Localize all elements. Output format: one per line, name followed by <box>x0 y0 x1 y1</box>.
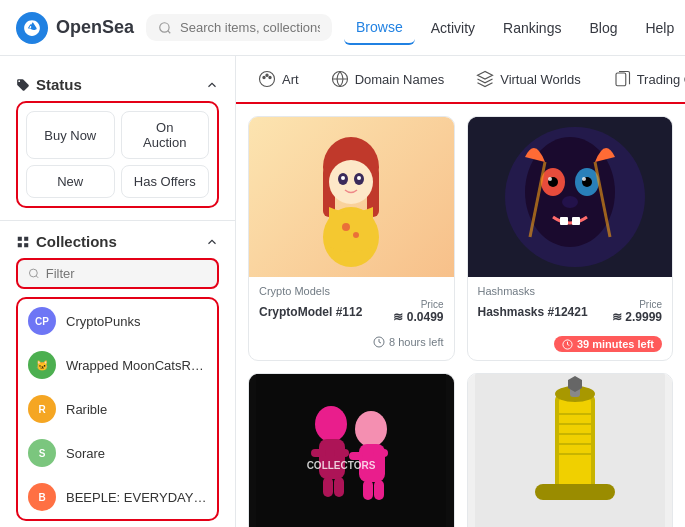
nft-image-2: COLLECTORS <box>249 374 454 527</box>
collection-name: BEEPLE: EVERYDAYS · THE 2020 ... <box>66 490 207 505</box>
nft-name-price-0: CryptoModel #112 Price ≋ 0.0499 <box>259 299 444 324</box>
logo-icon <box>16 12 48 44</box>
nft-image-3 <box>468 374 673 527</box>
nft-art-0 <box>301 127 401 267</box>
nav-browse[interactable]: Browse <box>344 11 415 45</box>
nft-footer-1: 39 minutes left <box>468 332 673 360</box>
on-auction-button[interactable]: On Auction <box>121 111 210 159</box>
nft-art-2: COLLECTORS <box>256 374 446 527</box>
time-badge-1: 39 minutes left <box>554 336 662 352</box>
status-header[interactable]: Status <box>16 76 219 93</box>
search-input[interactable] <box>180 20 320 35</box>
status-grid: Buy Now On Auction New Has Offers <box>16 101 219 208</box>
nft-collection-1: Hashmasks <box>478 285 663 297</box>
collection-avatar-cryptopunks: CP <box>28 307 56 335</box>
collection-avatar-beeple: B <box>28 483 56 511</box>
nav-blog[interactable]: Blog <box>577 12 629 44</box>
svg-rect-53 <box>374 480 384 500</box>
tab-domain-names[interactable]: Domain Names <box>317 62 459 96</box>
nav-help[interactable]: Help <box>633 12 685 44</box>
collections-section: Collections CP CryptoPunks 🐱 Wrapped Moo… <box>0 221 235 527</box>
tag-icon <box>16 78 30 92</box>
collection-name: Sorare <box>66 446 105 461</box>
opensea-icon <box>23 19 41 37</box>
svg-rect-41 <box>256 374 446 527</box>
collections-label: Collections <box>16 233 117 250</box>
search-icon <box>158 21 172 35</box>
navbar: OpenSea Browse Activity Rankings Blog He… <box>0 0 685 56</box>
svg-point-33 <box>548 177 552 181</box>
has-offers-button[interactable]: Has Offers <box>121 165 210 198</box>
status-label: Status <box>16 76 82 93</box>
collection-item-sorare[interactable]: S Sorare <box>18 431 217 475</box>
svg-point-21 <box>357 176 361 180</box>
search-icon-2 <box>28 267 40 280</box>
svg-line-1 <box>168 30 171 33</box>
collection-item-cryptopunks[interactable]: CP CryptoPunks <box>18 299 217 343</box>
svg-point-34 <box>582 177 586 181</box>
tab-art[interactable]: Art <box>244 62 313 96</box>
svg-point-6 <box>29 269 37 277</box>
svg-point-23 <box>342 223 350 231</box>
chevron-up-icon-2 <box>205 235 219 249</box>
collection-item-rarible[interactable]: R Rarible <box>18 387 217 431</box>
svg-point-42 <box>315 406 347 442</box>
svg-rect-37 <box>572 217 580 225</box>
palette-icon <box>258 70 276 88</box>
svg-rect-4 <box>24 243 28 247</box>
collection-name: Rarible <box>66 402 107 417</box>
nft-art-3 <box>475 374 665 527</box>
new-button[interactable]: New <box>26 165 115 198</box>
nft-info-1: Hashmasks Hashmasks #12421 Price ≋ 2.999… <box>468 277 673 332</box>
collections-header[interactable]: Collections <box>16 233 219 250</box>
nft-info-0: Crypto Models CryptoModel #112 Price ≋ 0… <box>249 277 454 332</box>
svg-rect-2 <box>18 236 22 240</box>
grid-icon <box>16 235 30 249</box>
nft-collection-0: Crypto Models <box>259 285 444 297</box>
svg-point-11 <box>269 76 271 78</box>
main-layout: Status Buy Now On Auction New Has Offers… <box>0 56 685 527</box>
logo[interactable]: OpenSea <box>16 12 134 44</box>
svg-rect-5 <box>18 243 22 247</box>
nft-name-price-1: Hashmasks #12421 Price ≋ 2.9999 <box>478 299 663 324</box>
nft-card-1[interactable]: Hashmasks Hashmasks #12421 Price ≋ 2.999… <box>467 116 674 361</box>
svg-point-10 <box>266 74 268 76</box>
collection-avatar-rarible: R <box>28 395 56 423</box>
collection-item-beeple[interactable]: B BEEPLE: EVERYDAYS · THE 2020 ... <box>18 475 217 519</box>
nft-name-0: CryptoModel #112 <box>259 305 362 319</box>
svg-point-24 <box>353 232 359 238</box>
svg-rect-43 <box>319 439 345 479</box>
collection-name: Wrapped MoonCatsRescue <box>66 358 207 373</box>
globe-icon <box>331 70 349 88</box>
tab-trading-cards[interactable]: Trading Cards <box>599 62 685 96</box>
nft-price-0: ≋ 0.0499 <box>393 310 443 324</box>
nav-activity[interactable]: Activity <box>419 12 487 44</box>
svg-rect-13 <box>616 73 626 86</box>
collection-avatar-mooncats: 🐱 <box>28 351 56 379</box>
nft-price-label-1: Price <box>612 299 662 310</box>
svg-point-48 <box>355 411 387 447</box>
svg-line-7 <box>36 276 38 278</box>
collection-name: CryptoPunks <box>66 314 140 329</box>
nft-grid: Crypto Models CryptoModel #112 Price ≋ 0… <box>236 104 685 527</box>
nft-image-1 <box>468 117 673 277</box>
nft-card-0[interactable]: Crypto Models CryptoModel #112 Price ≋ 0… <box>248 116 455 361</box>
nav-rankings[interactable]: Rankings <box>491 12 573 44</box>
nft-name-1: Hashmasks #12421 <box>478 305 588 319</box>
content-area: Art Domain Names Virtual Worlds Trading … <box>236 56 685 527</box>
nft-card-3[interactable]: Town Star Lift Cylinder Price ⊙ 690 <box>467 373 674 527</box>
collection-search[interactable] <box>16 258 219 289</box>
svg-point-9 <box>263 76 265 78</box>
buy-now-button[interactable]: Buy Now <box>26 111 115 159</box>
svg-rect-50 <box>349 452 363 460</box>
nft-card-2[interactable]: COLLECTORS Lux Cards The Wash-Trading Ca… <box>248 373 455 527</box>
svg-rect-45 <box>334 449 349 457</box>
collection-filter-input[interactable] <box>46 266 207 281</box>
svg-point-17 <box>329 160 373 204</box>
svg-rect-3 <box>24 236 28 240</box>
tab-virtual-worlds[interactable]: Virtual Worlds <box>462 62 594 96</box>
svg-rect-44 <box>311 449 326 457</box>
search-bar[interactable] <box>146 14 332 41</box>
svg-rect-47 <box>334 477 344 497</box>
collection-item-mooncats[interactable]: 🐱 Wrapped MoonCatsRescue <box>18 343 217 387</box>
